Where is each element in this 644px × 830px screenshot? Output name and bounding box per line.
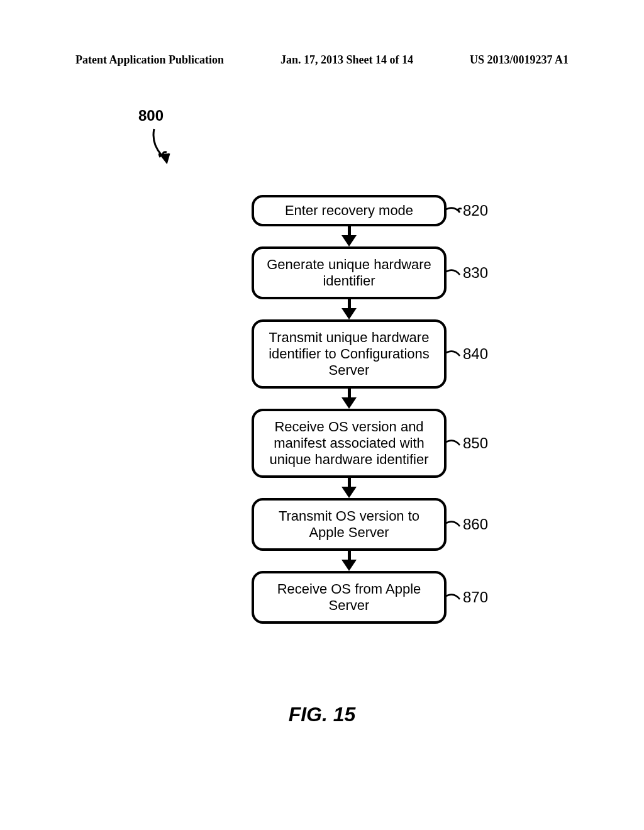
step-number: 820 [463, 202, 488, 219]
arrow-down-icon [239, 551, 459, 571]
step-text: Receive OS from Apple Server [277, 581, 421, 613]
arrow-down-icon [239, 478, 459, 498]
step-text: Transmit OS version to Apple Server [279, 508, 419, 540]
header-left: Patent Application Publication [75, 53, 224, 67]
step-number: 830 [463, 264, 488, 282]
step-text: Receive OS version and manifest associat… [269, 419, 428, 467]
step-number: 860 [463, 516, 488, 533]
arrow-down-icon [239, 299, 459, 319]
figure-title: FIG. 15 [0, 703, 644, 726]
flowchart-container: Enter recovery mode 820 Generate unique … [239, 195, 553, 624]
step-text: Enter recovery mode [285, 202, 413, 218]
figure-reference: 800 [138, 107, 164, 124]
flow-step-860: Transmit OS version to Apple Server 860 [252, 498, 447, 551]
header-center: Jan. 17, 2013 Sheet 14 of 14 [280, 53, 413, 67]
arrow-down-icon [239, 389, 459, 409]
flow-step-830: Generate unique hardware identifier 830 [252, 246, 447, 299]
flow-step-850: Receive OS version and manifest associat… [252, 409, 447, 478]
arrow-down-icon [239, 226, 459, 246]
header-right: US 2013/0019237 A1 [470, 53, 569, 67]
flow-step-870: Receive OS from Apple Server 870 [252, 571, 447, 624]
step-number: 870 [463, 589, 488, 606]
step-text: Generate unique hardware identifier [267, 257, 431, 289]
page-header: Patent Application Publication Jan. 17, … [0, 53, 644, 67]
flow-step-840: Transmit unique hardware identifier to C… [252, 319, 447, 389]
step-text: Transmit unique hardware identifier to C… [269, 329, 430, 378]
reference-arrow-icon [148, 126, 186, 170]
flow-step-820: Enter recovery mode 820 [252, 195, 447, 226]
step-number: 840 [463, 345, 488, 363]
step-number: 850 [463, 434, 488, 452]
